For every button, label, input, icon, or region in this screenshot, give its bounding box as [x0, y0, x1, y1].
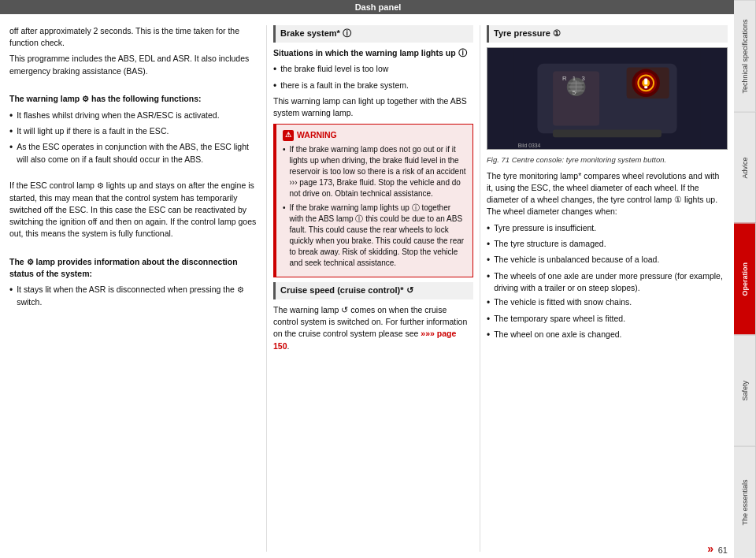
- cruise-lamp-icon: ↺: [341, 305, 348, 314]
- svg-text:R: R: [562, 75, 567, 82]
- cruise-section-title: Cruise speed (cruise control)* ↺: [273, 282, 473, 299]
- sidebar-tab-technical[interactable]: Technical specifications: [734, 0, 756, 112]
- svg-text:Bild 0334: Bild 0334: [518, 143, 541, 148]
- brake-info-icon: ⓘ: [343, 28, 351, 38]
- tyre-image: R 1 3 5 Bild 0334: [487, 47, 728, 150]
- sidebar-tab-operation[interactable]: Operation: [734, 223, 756, 335]
- right-sidebar: Technical specifications Advice Operatio…: [734, 0, 756, 558]
- tyre-section-title: Tyre pressure ①: [487, 25, 728, 43]
- sidebar-tab-advice[interactable]: Advice: [734, 112, 756, 224]
- bullet-2: It will light up if there is a fault in …: [9, 125, 257, 139]
- lamp-info-icon: ⚙: [27, 258, 34, 266]
- double-arrow: »: [707, 542, 713, 555]
- page-number: 61: [718, 545, 728, 555]
- esc-para: If the ESC control lamp ⚙ lights up and …: [9, 180, 257, 240]
- cruise-para: The warning lamp ↺ comes on when the cru…: [273, 304, 473, 352]
- tyre-bullet-6: The temporary spare wheel is fitted.: [487, 313, 728, 326]
- sidebar-tab-essentials[interactable]: The essentials: [734, 446, 756, 558]
- warning-title: ⚠ WARNING: [283, 129, 466, 141]
- tyre-bullet-7: The wheel on one axle is changed.: [487, 329, 728, 342]
- mid-column: Brake system* ⓘ Situations in which the …: [267, 19, 480, 558]
- left-column: off after approximately 2 seconds. This …: [0, 19, 266, 558]
- warning-lamp-icon: ⚙: [82, 95, 89, 103]
- tyre-bullet-4: The wheels of one axle are under more pr…: [487, 270, 728, 294]
- warning-bullet-1: If the brake warning lamp does not go ou…: [283, 144, 466, 199]
- tyre-intro-icon: ①: [674, 195, 682, 204]
- warning-para: This warning lamp can light up together …: [273, 95, 473, 119]
- tyre-bullet-3: The vehicle is unbalanced because of a l…: [487, 254, 728, 267]
- main-content: off after approximately 2 seconds. This …: [0, 19, 734, 558]
- situations-title: Situations in which the warning lamp lig…: [273, 47, 473, 59]
- warning-icon: ⚠: [283, 130, 294, 141]
- para1-text: This programme includes the ABS, EDL and…: [9, 53, 257, 76]
- lamp-info-bullet-icon: ⚙: [237, 285, 244, 294]
- lamp-info-bullet: It stays lit when the ASR is disconnecte…: [9, 284, 257, 308]
- svg-text:1: 1: [573, 75, 576, 82]
- tyre-bullet-5: The vehicle is fitted with snow chains.: [487, 296, 728, 310]
- bullet-3: As the ESC operates in conjunction with …: [9, 141, 257, 165]
- right-column: Tyre pressure ① R 1: [480, 19, 734, 558]
- intro-text: off after approximately 2 seconds. This …: [9, 25, 257, 49]
- svg-text:3: 3: [582, 75, 586, 82]
- brake-bullet-1: the brake fluid level is too low: [273, 63, 473, 76]
- tyre-bullet-1: Tyre pressure is insufficient.: [487, 222, 728, 236]
- sidebar-tab-safety[interactable]: Safety: [734, 335, 756, 447]
- fig-caption: Fig. 71 Centre console: tyre monitoring …: [487, 154, 728, 166]
- warning-bullet-2: If the brake warning lamp lights up ⓘ to…: [283, 203, 466, 269]
- brake-section-title: Brake system* ⓘ: [273, 25, 473, 43]
- warning-box: ⚠ WARNING If the brake warning lamp does…: [273, 124, 473, 277]
- svg-rect-19: [644, 86, 647, 88]
- bullet-1: It flashes whilst driving when the ASR/E…: [9, 110, 257, 123]
- top-bar-label: Dash panel: [0, 0, 756, 14]
- tyre-icon: ①: [553, 28, 561, 38]
- warning-lamp-title: The warning lamp ⚙ has the following fun…: [9, 93, 257, 106]
- dash-panel-title: Dash panel: [355, 2, 402, 12]
- svg-rect-18: [644, 78, 647, 84]
- tyre-bullet-2: The tyre structure is damaged.: [487, 238, 728, 251]
- esc-icon: ⚙: [97, 181, 104, 190]
- brake-bullet-2: there is a fault in the brake system.: [273, 80, 473, 93]
- cruise-icon: ↺: [406, 285, 413, 295]
- tyre-intro: The tyre monitoring lamp* compares wheel…: [487, 170, 728, 218]
- situations-icon: ⓘ: [458, 48, 467, 58]
- svg-rect-20: [553, 129, 662, 137]
- svg-text:5: 5: [573, 89, 576, 96]
- lamp-info-title: The ⚙ lamp provides information about th…: [9, 256, 257, 281]
